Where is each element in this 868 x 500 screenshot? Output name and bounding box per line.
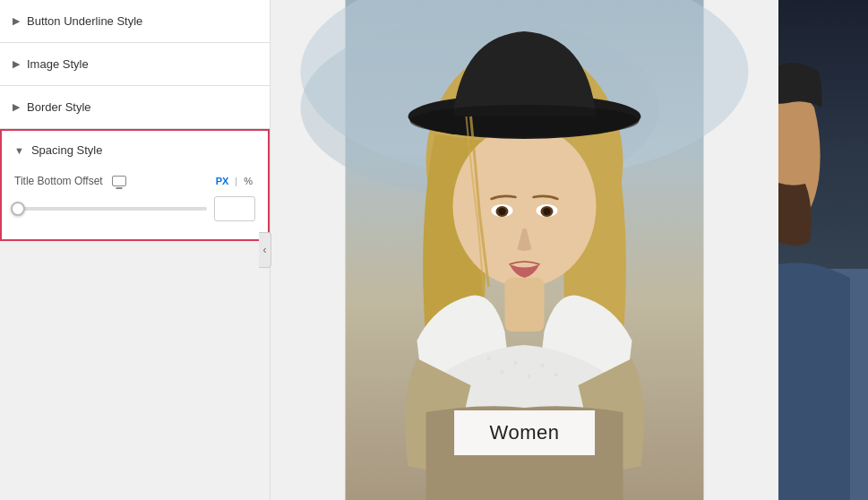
main-content: Women xyxy=(271,0,868,500)
accordion-header-image-style[interactable]: ▶ Image Style xyxy=(0,43,270,85)
accordion-spacing-style: ▼ Spacing Style Title Bottom Offset PX |… xyxy=(0,129,270,241)
title-bottom-offset-row: Title Bottom Offset PX | % xyxy=(14,175,255,187)
accordion-header-border-style[interactable]: ▶ Border Style xyxy=(0,86,270,128)
accordion-button-underline: ▶ Button Underline Style xyxy=(0,0,270,43)
accordion-header-button-underline[interactable]: ▶ Button Underline Style xyxy=(0,0,270,42)
chevron-right-icon-image-style: ▶ xyxy=(13,58,20,70)
accordion-header-spacing-style[interactable]: ▼ Spacing Style xyxy=(2,131,268,168)
slider-thumb[interactable] xyxy=(11,202,25,216)
svg-rect-13 xyxy=(505,278,545,332)
spacing-content: Title Bottom Offset PX | % xyxy=(2,168,268,239)
left-panel: ▶ Button Underline Style ▶ Image Style ▶… xyxy=(0,0,271,500)
accordion-label-spacing-style: Spacing Style xyxy=(31,143,103,157)
chevron-down-icon-spacing-style: ▼ xyxy=(14,145,24,156)
unit-controls: PX | % xyxy=(213,175,255,187)
accordion-label-image-style: Image Style xyxy=(27,57,89,71)
slider-row xyxy=(14,196,255,221)
title-bottom-offset-label-group: Title Bottom Offset xyxy=(14,175,126,187)
percent-unit-button[interactable]: % xyxy=(241,175,255,187)
left-panel-wrapper: ▶ Button Underline Style ▶ Image Style ▶… xyxy=(0,0,271,500)
svg-point-19 xyxy=(554,373,558,376)
right-partial-image xyxy=(778,0,868,500)
unit-separator: | xyxy=(235,176,237,186)
svg-point-14 xyxy=(487,357,491,360)
svg-point-12 xyxy=(544,208,551,215)
collapse-panel-handle[interactable] xyxy=(259,232,271,268)
accordion-label-border-style: Border Style xyxy=(27,100,91,114)
slider-track[interactable] xyxy=(14,207,207,211)
svg-point-15 xyxy=(501,370,504,374)
svg-point-17 xyxy=(528,375,531,378)
woman-image-panel: Women xyxy=(271,0,778,500)
title-bottom-offset-label: Title Bottom Offset xyxy=(14,175,103,187)
chevron-right-icon-border-style: ▶ xyxy=(13,101,20,113)
px-unit-button[interactable]: PX xyxy=(213,175,232,187)
women-label: Women xyxy=(454,410,596,455)
accordion-border-style: ▶ Border Style xyxy=(0,86,270,129)
svg-point-18 xyxy=(541,364,545,367)
svg-point-11 xyxy=(499,208,506,215)
chevron-right-icon-button-underline: ▶ xyxy=(13,15,20,27)
accordion-image-style: ▶ Image Style xyxy=(0,43,270,86)
slider-value-input[interactable] xyxy=(214,196,255,221)
monitor-icon xyxy=(112,176,126,186)
svg-point-6 xyxy=(410,105,640,137)
accordion-label-button-underline: Button Underline Style xyxy=(27,14,142,28)
man-photo-svg xyxy=(778,0,868,500)
bottom-empty-space xyxy=(0,241,270,500)
svg-point-16 xyxy=(514,361,518,365)
